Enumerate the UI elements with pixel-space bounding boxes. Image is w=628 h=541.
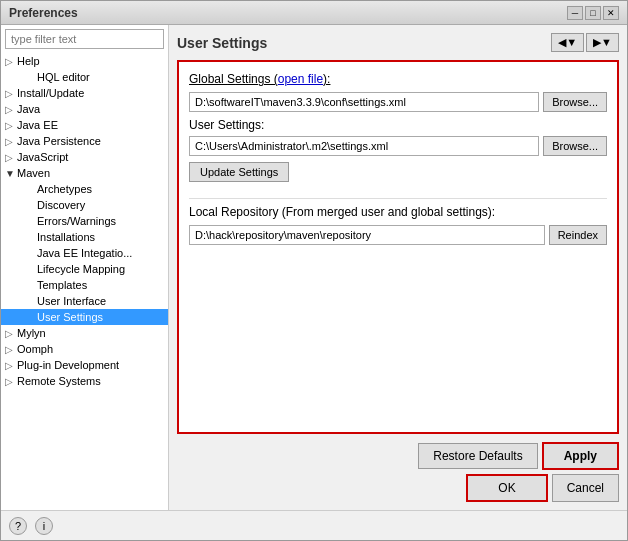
arrow-icon: ▷	[5, 344, 17, 355]
main-header: User Settings ◀▼ ▶▼	[177, 33, 619, 52]
preferences-window: Preferences ─ □ ✕ ▷ Help HQL editor	[0, 0, 628, 541]
filter-input[interactable]	[5, 29, 164, 49]
user-path-row: Browse...	[189, 136, 607, 156]
sidebar-item-hql-editor[interactable]: HQL editor	[1, 69, 168, 85]
nav-buttons: ◀▼ ▶▼	[551, 33, 619, 52]
sidebar-item-errors-warnings[interactable]: Errors/Warnings	[1, 213, 168, 229]
arrow-icon: ▷	[5, 328, 17, 339]
minimize-button[interactable]: ─	[567, 6, 583, 20]
tree: ▷ Help HQL editor ▷ Install/Update ▷ Jav…	[1, 53, 168, 510]
back-button[interactable]: ◀▼	[551, 33, 584, 52]
info-icon[interactable]: i	[35, 517, 53, 535]
arrow-icon: ▼	[5, 168, 17, 179]
arrow-icon: ▷	[5, 152, 17, 163]
local-repo-label: Local Repository (From merged user and g…	[189, 205, 607, 219]
ok-cancel-row: OK Cancel	[177, 474, 619, 502]
sidebar-item-java-ee[interactable]: ▷ Java EE	[1, 117, 168, 133]
help-icon[interactable]: ?	[9, 517, 27, 535]
arrow-icon: ▷	[5, 56, 17, 67]
arrow-icon: ▷	[5, 88, 17, 99]
bottom-buttons: Restore Defaults Apply	[177, 442, 619, 470]
main-content: ▷ Help HQL editor ▷ Install/Update ▷ Jav…	[1, 25, 627, 510]
sidebar-item-remote-systems[interactable]: ▷ Remote Systems	[1, 373, 168, 389]
update-settings-button[interactable]: Update Settings	[189, 162, 289, 182]
close-button[interactable]: ✕	[603, 6, 619, 20]
window-controls: ─ □ ✕	[567, 6, 619, 20]
arrow-icon: ▷	[5, 360, 17, 371]
cancel-button[interactable]: Cancel	[552, 474, 619, 502]
local-repo-row: Reindex	[189, 225, 607, 245]
sidebar-item-mylyn[interactable]: ▷ Mylyn	[1, 325, 168, 341]
arrow-icon: ▷	[5, 136, 17, 147]
open-file-link[interactable]: open file	[278, 72, 323, 86]
sidebar-item-archetypes[interactable]: Archetypes	[1, 181, 168, 197]
sidebar-item-install-update[interactable]: ▷ Install/Update	[1, 85, 168, 101]
sidebar-item-maven[interactable]: ▼ Maven	[1, 165, 168, 181]
arrow-icon: ▷	[5, 376, 17, 387]
sidebar-item-java-ee-integration[interactable]: Java EE Integatio...	[1, 245, 168, 261]
footer: ? i	[1, 510, 627, 540]
sidebar-item-lifecycle-mapping[interactable]: Lifecycle Mapping	[1, 261, 168, 277]
divider	[189, 198, 607, 199]
browse-button-2[interactable]: Browse...	[543, 136, 607, 156]
sidebar-item-help[interactable]: ▷ Help	[1, 53, 168, 69]
title-bar: Preferences ─ □ ✕	[1, 1, 627, 25]
sidebar-item-discovery[interactable]: Discovery	[1, 197, 168, 213]
sidebar-item-oomph[interactable]: ▷ Oomph	[1, 341, 168, 357]
window-title: Preferences	[9, 6, 78, 20]
reindex-button[interactable]: Reindex	[549, 225, 607, 245]
user-path-input[interactable]	[189, 136, 539, 156]
global-path-row: Browse...	[189, 92, 607, 112]
sidebar-item-javascript[interactable]: ▷ JavaScript	[1, 149, 168, 165]
global-settings-label: Global Settings (open file):	[189, 72, 607, 86]
arrow-icon: ▷	[5, 120, 17, 131]
arrow-icon: ▷	[5, 104, 17, 115]
restore-defaults-button[interactable]: Restore Defaults	[418, 443, 537, 469]
forward-button[interactable]: ▶▼	[586, 33, 619, 52]
sidebar-item-installations[interactable]: Installations	[1, 229, 168, 245]
local-repo-input[interactable]	[189, 225, 545, 245]
sidebar-item-user-interface[interactable]: User Interface	[1, 293, 168, 309]
user-settings-sublabel: User Settings:	[189, 118, 607, 132]
browse-button-1[interactable]: Browse...	[543, 92, 607, 112]
main-panel: User Settings ◀▼ ▶▼ Global Settings (ope…	[169, 25, 627, 510]
sidebar-item-templates[interactable]: Templates	[1, 277, 168, 293]
sidebar-item-user-settings[interactable]: User Settings	[1, 309, 168, 325]
sidebar-item-plugin-development[interactable]: ▷ Plug-in Development	[1, 357, 168, 373]
maximize-button[interactable]: □	[585, 6, 601, 20]
page-title: User Settings	[177, 35, 267, 51]
sidebar: ▷ Help HQL editor ▷ Install/Update ▷ Jav…	[1, 25, 169, 510]
sidebar-item-java-persistence[interactable]: ▷ Java Persistence	[1, 133, 168, 149]
sidebar-item-java[interactable]: ▷ Java	[1, 101, 168, 117]
settings-panel: Global Settings (open file): Browse... U…	[177, 60, 619, 434]
global-path-input[interactable]	[189, 92, 539, 112]
apply-button[interactable]: Apply	[542, 442, 619, 470]
ok-button[interactable]: OK	[466, 474, 547, 502]
